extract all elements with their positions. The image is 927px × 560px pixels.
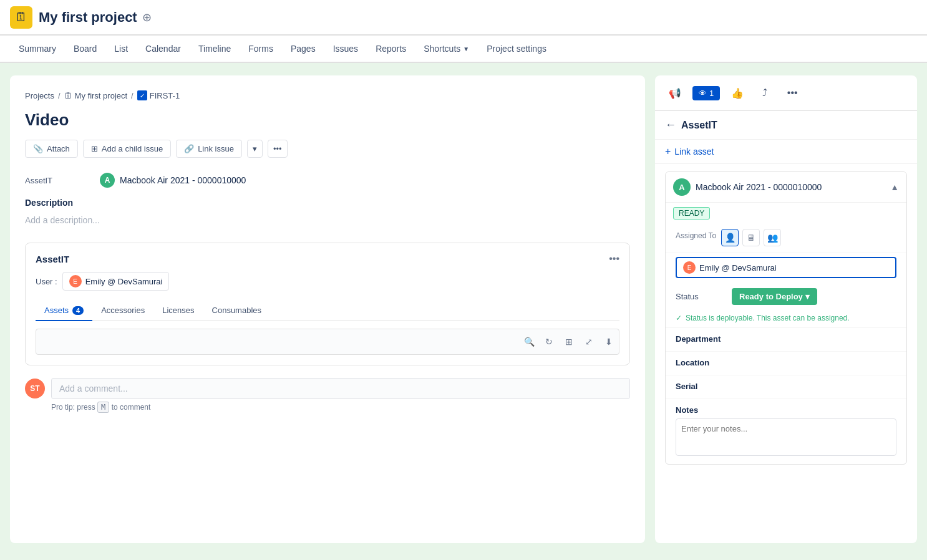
- attach-button[interactable]: 📎 Attach: [25, 140, 78, 158]
- tab-accessories[interactable]: Accessories: [92, 301, 153, 321]
- project-icon: 🗓: [64, 91, 72, 100]
- asset-card-header: A Macbook Air 2021 - 0000010000 ▲: [666, 172, 906, 203]
- table-toolbar: 🔍 ↻ ⊞ ⤢ ⬇: [36, 329, 619, 355]
- ready-status-chip: READY: [673, 207, 710, 220]
- assetit-field-row: AssetIT A Macbook Air 2021 - 0000010000: [25, 173, 630, 188]
- download-icon[interactable]: ⬇: [601, 334, 616, 349]
- nav-shortcuts[interactable]: Shortcuts ▼: [415, 37, 478, 61]
- more-actions-dropdown[interactable]: ▾: [247, 140, 263, 158]
- assigned-to-row: Assigned To 👤 🖥 👥: [676, 229, 896, 246]
- nav-timeline[interactable]: Timeline: [190, 37, 240, 61]
- tab-licenses[interactable]: Licenses: [153, 301, 203, 321]
- assetit-field-label: AssetIT: [25, 176, 100, 185]
- chevron-down-icon: ▾: [253, 144, 257, 153]
- assignee-avatar: E: [683, 261, 696, 274]
- assigned-to-section: Assigned To 👤 🖥 👥: [666, 223, 906, 253]
- nav-board[interactable]: Board: [65, 37, 105, 61]
- breadcrumb-sep1: /: [58, 91, 61, 100]
- chevron-down-icon: ▼: [463, 46, 469, 52]
- description-section: Description Add a description...: [25, 198, 630, 228]
- breadcrumb-projects[interactable]: Projects: [25, 91, 54, 100]
- assigned-to-label: Assigned To: [676, 231, 716, 240]
- assignee-chip[interactable]: E Emily @ DevSamurai: [676, 257, 896, 278]
- department-label: Department: [676, 334, 896, 344]
- right-panel: 📢 👁 1 👍 ⤴ ••• ← AssetIT + Link asset: [655, 75, 917, 543]
- asset-card-title: A Macbook Air 2021 - 0000010000: [673, 178, 822, 196]
- project-title: My first project: [39, 9, 137, 26]
- more-options-button[interactable]: •••: [782, 83, 802, 103]
- description-input[interactable]: Add a description...: [25, 213, 630, 228]
- nav-issues[interactable]: Issues: [324, 37, 367, 61]
- asset-card: A Macbook Air 2021 - 0000010000 ▲ READY …: [665, 171, 907, 465]
- watch-button[interactable]: 👁 1: [692, 86, 720, 100]
- link-icon: 🔗: [184, 144, 194, 153]
- serial-field: Serial: [666, 375, 906, 398]
- serial-label: Serial: [676, 382, 896, 391]
- top-bar: 🗓 My first project ⊕: [0, 0, 927, 35]
- tab-consumables[interactable]: Consumables: [203, 301, 271, 321]
- status-button[interactable]: Ready to Deploy ▾: [732, 288, 817, 305]
- computer-icon[interactable]: 🖥: [742, 229, 760, 246]
- nav-reports[interactable]: Reports: [367, 37, 415, 61]
- breadcrumb: Projects / 🗓 My first project / ✓ FIRST-…: [25, 90, 630, 100]
- description-label: Description: [25, 198, 630, 208]
- comment-area: ST Add a comment...: [25, 378, 630, 399]
- left-panel: Projects / 🗓 My first project / ✓ FIRST-…: [10, 75, 645, 543]
- notes-label: Notes: [676, 405, 896, 415]
- pin-icon[interactable]: ⊕: [142, 11, 152, 24]
- columns-icon[interactable]: ⊞: [561, 334, 576, 349]
- chevron-up-icon[interactable]: ▲: [890, 182, 899, 192]
- right-panel-content: ← AssetIT + Link asset A Macbook Air 202…: [655, 111, 917, 543]
- assetit-field-value: A Macbook Air 2021 - 0000010000: [100, 173, 246, 188]
- breadcrumb-issue[interactable]: ✓ FIRST-1: [137, 90, 180, 100]
- assigned-to-icons: 👤 🖥 👥: [721, 229, 781, 246]
- action-buttons: 📎 Attach ⊞ Add a child issue 🔗 Link issu…: [25, 140, 630, 158]
- nav-list[interactable]: List: [105, 37, 137, 61]
- nav-pages[interactable]: Pages: [282, 37, 324, 61]
- nav-calendar[interactable]: Calendar: [137, 37, 190, 61]
- breadcrumb-sep2: /: [131, 91, 133, 100]
- location-field: Location: [666, 351, 906, 375]
- asset-logo: A: [673, 178, 691, 196]
- group-icon[interactable]: 👥: [764, 229, 781, 246]
- issue-title: Video: [25, 110, 630, 130]
- thumbsup-button[interactable]: 👍: [727, 83, 747, 103]
- asset-tabs: Assets 4 Accessories Licenses Consumable…: [36, 301, 619, 321]
- expand-icon[interactable]: ⤢: [581, 334, 596, 349]
- tab-assets[interactable]: Assets 4: [36, 301, 92, 321]
- ellipsis-button[interactable]: •••: [268, 140, 288, 158]
- nav-project-settings[interactable]: Project settings: [478, 37, 555, 61]
- search-icon[interactable]: 🔍: [522, 334, 536, 349]
- nav-summary[interactable]: Summary: [10, 37, 65, 61]
- person-icon[interactable]: 👤: [721, 229, 739, 246]
- link-issue-button[interactable]: 🔗 Link issue: [176, 140, 242, 158]
- back-button[interactable]: ←: [665, 118, 676, 132]
- breadcrumb-project[interactable]: 🗓 My first project: [64, 91, 128, 100]
- plus-icon: +: [665, 146, 671, 157]
- assetit-more-icon[interactable]: •••: [609, 253, 619, 264]
- user-chip[interactable]: E Emily @ DevSamurai: [62, 272, 170, 291]
- nav-bar: Summary Board List Calendar Timeline For…: [0, 36, 927, 63]
- share-button[interactable]: ⤴: [755, 83, 775, 103]
- refresh-icon[interactable]: ↻: [541, 334, 556, 349]
- status-label: Status: [676, 292, 726, 301]
- megaphone-button[interactable]: 📢: [665, 83, 685, 103]
- user-label: User :: [36, 277, 57, 286]
- main-layout: Projects / 🗓 My first project / ✓ FIRST-…: [0, 63, 927, 560]
- back-title: AssetIT: [681, 120, 717, 131]
- department-field: Department: [666, 327, 906, 351]
- right-panel-actions: 📢 👁 1 👍 ⤴ •••: [665, 83, 802, 103]
- link-asset-button[interactable]: + Link asset: [655, 140, 917, 164]
- comment-input[interactable]: Add a comment...: [51, 378, 630, 399]
- status-chevron-icon: ▾: [805, 292, 810, 301]
- notes-field: Notes: [666, 398, 906, 464]
- location-label: Location: [676, 358, 896, 367]
- asset-avatar: A: [100, 173, 115, 188]
- commenter-avatar: ST: [25, 379, 45, 398]
- assetit-section: AssetIT ••• User : E Emily @ DevSamurai …: [25, 243, 630, 365]
- notes-input[interactable]: [676, 418, 896, 456]
- eye-icon: 👁: [699, 89, 707, 98]
- nav-forms[interactable]: Forms: [240, 37, 282, 61]
- add-child-issue-button[interactable]: ⊞ Add a child issue: [83, 140, 171, 158]
- status-deployable-msg: ✓ Status is deployable. This asset can b…: [666, 311, 906, 327]
